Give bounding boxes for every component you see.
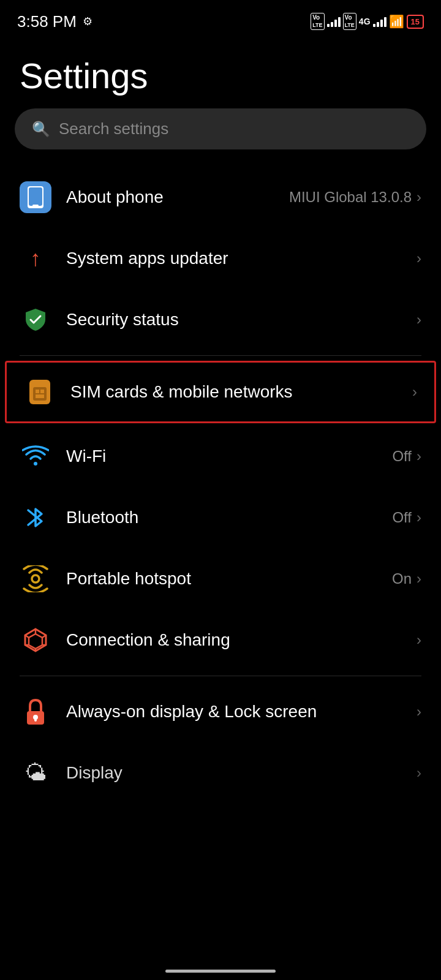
divider-2	[20, 676, 421, 676]
system-apps-label: System apps updater	[66, 249, 228, 268]
system-apps-right: ›	[417, 250, 421, 267]
bluetooth-icon-container	[20, 502, 51, 533]
settings-item-portable-hotspot[interactable]: Portable hotspot On ›	[0, 548, 441, 609]
nav-bar	[165, 970, 276, 973]
connection-right: ›	[417, 631, 421, 649]
security-right: ›	[417, 311, 421, 328]
svg-rect-4	[33, 387, 47, 401]
settings-list: About phone MIUI Global 13.0.8 › ↑ Syste…	[0, 167, 441, 804]
wifi-subtitle: Off	[392, 448, 412, 465]
connection-label: Connection & sharing	[66, 630, 230, 650]
svg-marker-11	[29, 634, 42, 649]
display-content: Display ›	[66, 763, 421, 783]
wifi-chevron: ›	[417, 448, 421, 465]
bluetooth-right: Off ›	[392, 509, 421, 526]
connection-icon-container	[20, 624, 51, 656]
settings-item-bluetooth[interactable]: Bluetooth Off ›	[0, 487, 441, 548]
page-title: Settings	[0, 37, 441, 108]
system-apps-content: System apps updater ›	[66, 249, 421, 268]
settings-item-connection-sharing[interactable]: Connection & sharing ›	[0, 609, 441, 671]
settings-item-sim-cards[interactable]: SIM cards & mobile networks ›	[5, 361, 436, 423]
divider-1	[20, 355, 421, 356]
settings-item-security-status[interactable]: Security status ›	[0, 289, 441, 350]
battery-icon: 15	[407, 15, 424, 29]
svg-point-8	[34, 462, 37, 466]
hotspot-icon-container	[20, 563, 51, 595]
status-bar: 3:58 PM ⚙ VoLTE VoLTE 4G 📶 15	[0, 0, 441, 37]
display-label: Display	[66, 763, 123, 783]
volte1-badge: VoLTE	[311, 13, 324, 30]
security-label: Security status	[66, 310, 179, 330]
always-on-content: Always-on display & Lock screen ›	[66, 699, 421, 723]
svg-rect-5	[36, 390, 39, 393]
settings-item-display[interactable]: 🌤 Display ›	[0, 742, 441, 804]
display-icon-container: 🌤	[20, 757, 51, 789]
sim-icon	[24, 376, 56, 408]
svg-rect-2	[32, 205, 39, 206]
always-on-right: ›	[417, 703, 421, 720]
system-apps-chevron: ›	[417, 250, 421, 267]
search-icon: 🔍	[32, 121, 50, 138]
sim-chevron: ›	[412, 383, 417, 401]
lock-icon-container	[20, 696, 51, 728]
volte2-badge: VoLTE	[343, 13, 356, 30]
svg-rect-1	[29, 187, 42, 206]
security-content: Security status ›	[66, 310, 421, 330]
status-icons: VoLTE VoLTE 4G 📶 15	[311, 13, 424, 30]
sim-right: ›	[412, 383, 417, 401]
about-phone-label: About phone	[66, 187, 164, 207]
svg-point-9	[32, 575, 39, 582]
hotspot-chevron: ›	[417, 570, 421, 587]
4g-badge: 4G	[359, 17, 371, 26]
svg-rect-7	[36, 394, 44, 398]
gear-icon: ⚙	[83, 15, 92, 28]
svg-rect-20	[34, 718, 37, 722]
hotspot-label: Portable hotspot	[66, 569, 191, 589]
wifi-status-icon: 📶	[389, 14, 404, 29]
connection-chevron: ›	[417, 631, 421, 649]
time-display: 3:58 PM	[17, 12, 77, 31]
wifi-label: Wi-Fi	[66, 447, 106, 466]
about-phone-chevron: ›	[417, 189, 421, 206]
hotspot-content: Portable hotspot On ›	[66, 569, 421, 589]
about-phone-content: About phone MIUI Global 13.0.8 ›	[66, 187, 421, 207]
settings-item-wifi[interactable]: Wi-Fi Off ›	[0, 426, 441, 487]
always-on-chevron: ›	[417, 703, 421, 720]
about-phone-icon	[20, 181, 51, 213]
security-chevron: ›	[417, 311, 421, 328]
hotspot-subtitle: On	[392, 570, 412, 587]
display-right: ›	[417, 764, 421, 782]
signal2-bars	[373, 16, 386, 27]
about-phone-right: MIUI Global 13.0.8 ›	[289, 189, 421, 206]
wifi-content: Wi-Fi Off ›	[66, 447, 421, 466]
settings-item-about-phone[interactable]: About phone MIUI Global 13.0.8 ›	[0, 167, 441, 228]
always-on-label: Always-on display & Lock screen	[66, 699, 317, 723]
wifi-right: Off ›	[392, 448, 421, 465]
security-icon	[20, 304, 51, 336]
bluetooth-label: Bluetooth	[66, 508, 138, 527]
system-apps-icon: ↑	[20, 243, 51, 274]
settings-item-always-on-display[interactable]: Always-on display & Lock screen ›	[0, 681, 441, 742]
about-phone-subtitle: MIUI Global 13.0.8	[289, 189, 412, 206]
svg-rect-6	[40, 390, 44, 393]
search-container[interactable]: 🔍 Search settings	[15, 108, 426, 149]
display-chevron: ›	[417, 764, 421, 782]
signal1-bars	[327, 16, 341, 27]
settings-item-system-apps-updater[interactable]: ↑ System apps updater ›	[0, 228, 441, 289]
sim-content: SIM cards & mobile networks ›	[70, 382, 417, 402]
hotspot-right: On ›	[392, 570, 421, 587]
search-bar[interactable]: 🔍 Search settings	[15, 108, 426, 149]
status-time: 3:58 PM ⚙	[17, 12, 92, 31]
search-placeholder: Search settings	[59, 119, 168, 138]
connection-content: Connection & sharing ›	[66, 630, 421, 650]
bluetooth-content: Bluetooth Off ›	[66, 508, 421, 527]
sim-label: SIM cards & mobile networks	[70, 382, 293, 402]
bluetooth-subtitle: Off	[392, 509, 412, 526]
bluetooth-chevron: ›	[417, 509, 421, 526]
wifi-icon-container	[20, 440, 51, 472]
